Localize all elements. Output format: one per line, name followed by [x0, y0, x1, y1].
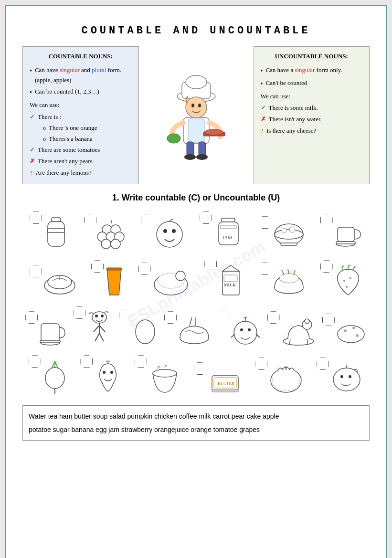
there-are-check: ✓ There are some tomatoes — [30, 145, 132, 155]
answer-box[interactable] — [119, 309, 131, 321]
uncountable-box-title: UNCOUNTABLE NOUNS: — [261, 52, 363, 62]
answer-box[interactable] — [84, 214, 96, 226]
svg-point-26 — [157, 221, 182, 247]
list-item — [29, 355, 68, 398]
are-there-question: ? Are there any lemons? — [30, 168, 132, 178]
answer-box[interactable] — [138, 263, 151, 275]
svg-point-109 — [349, 375, 351, 378]
answer-box[interactable] — [30, 211, 42, 224]
uncountable-bullet-2: • Can't be counted — [261, 78, 363, 89]
countable-bullet-2: • Can be counted (1, 2,3…) — [30, 87, 132, 98]
answer-box[interactable] — [259, 216, 271, 229]
svg-point-28 — [172, 229, 176, 233]
svg-point-4 — [191, 104, 194, 107]
answer-box[interactable] — [80, 355, 93, 368]
svg-point-14 — [204, 129, 223, 135]
there-arent-cross: ✗ There aren't any pears. — [30, 157, 132, 167]
list-item — [25, 311, 67, 349]
svg-point-97 — [103, 371, 106, 374]
answer-box[interactable] — [164, 311, 177, 324]
svg-line-70 — [99, 326, 105, 332]
svg-point-11 — [196, 154, 208, 160]
list-item — [259, 263, 306, 300]
svg-rect-46 — [106, 268, 122, 270]
svg-point-66 — [95, 315, 98, 317]
answer-box[interactable] — [73, 306, 85, 319]
svg-point-77 — [234, 321, 257, 344]
list-item — [255, 358, 304, 398]
list-item — [91, 260, 124, 300]
svg-marker-44 — [107, 269, 121, 295]
list-item: BUTTER — [194, 362, 243, 398]
list-item — [259, 216, 306, 252]
svg-point-55 — [279, 274, 298, 283]
svg-point-10 — [184, 154, 196, 160]
uncountable-bullet-1: • Can have a singular form only. — [261, 65, 363, 76]
answer-box[interactable] — [91, 260, 104, 273]
svg-rect-15 — [52, 218, 61, 221]
svg-point-49 — [176, 271, 185, 281]
svg-point-23 — [101, 239, 111, 249]
answer-box[interactable] — [141, 214, 153, 226]
list-item — [135, 355, 181, 398]
there-is-some-check: ✓ There is some milk. — [261, 103, 363, 113]
food-row-2: MILK — [22, 256, 370, 302]
svg-rect-8 — [187, 142, 194, 156]
chef-illustration — [148, 46, 244, 184]
list-item: MILK — [204, 258, 244, 300]
list-item — [320, 214, 362, 252]
svg-point-79 — [248, 328, 251, 331]
page-title: COUNTABLE AND UNCOUNTABLE — [22, 25, 370, 37]
info-boxes-container: COUNTABLE NOUNS: • Can have singular and… — [22, 46, 370, 184]
countable-box-title: COUNTABLE NOUNS: — [30, 52, 132, 62]
list-item — [80, 355, 122, 398]
answer-box[interactable] — [317, 358, 329, 370]
answer-box[interactable] — [204, 258, 217, 270]
svg-text:JAM: JAM — [222, 235, 232, 240]
list-item — [73, 306, 113, 349]
answer-box[interactable] — [29, 355, 41, 368]
answer-box[interactable] — [30, 265, 42, 277]
word-bank: Water tea ham butter soup salad pumpkin … — [22, 405, 370, 441]
answer-box[interactable] — [320, 214, 333, 226]
svg-point-108 — [340, 375, 343, 378]
list-item — [320, 260, 362, 300]
answer-box[interactable] — [322, 314, 335, 326]
list-item — [30, 265, 76, 300]
section-1-title: 1. Write countable (C) or Uncountable (U… — [22, 193, 370, 203]
svg-marker-51 — [222, 265, 239, 271]
list-item — [141, 214, 185, 252]
answer-box[interactable] — [320, 260, 333, 273]
svg-rect-16 — [48, 221, 64, 246]
food-row-4: BUTTER — [22, 353, 370, 400]
answer-box[interactable] — [255, 358, 267, 370]
svg-point-36 — [282, 228, 286, 233]
uncountable-nouns-box: UNCOUNTABLE NOUNS: • Can have a singular… — [254, 46, 370, 184]
there-isnt-cross: ✗ There isn't any water. — [261, 115, 363, 125]
svg-rect-17 — [48, 229, 64, 232]
svg-rect-29 — [222, 218, 235, 222]
svg-rect-9 — [199, 142, 206, 156]
svg-rect-40 — [336, 242, 355, 244]
list-item: JAM — [200, 211, 244, 252]
chef-svg — [156, 70, 237, 161]
svg-point-12 — [167, 134, 180, 143]
answer-box[interactable] — [217, 309, 229, 321]
answer-box[interactable] — [200, 211, 212, 224]
svg-point-98 — [110, 371, 113, 374]
svg-rect-64 — [40, 340, 60, 343]
svg-rect-38 — [338, 227, 354, 242]
answer-box[interactable] — [259, 263, 271, 275]
answer-box[interactable] — [25, 311, 38, 324]
svg-text:BUTTER: BUTTER — [218, 381, 234, 386]
answer-box[interactable] — [135, 355, 147, 368]
list-item — [217, 309, 261, 349]
list-item — [30, 211, 69, 252]
svg-point-100 — [153, 369, 177, 377]
svg-line-75 — [190, 317, 192, 326]
answer-box[interactable] — [267, 311, 280, 324]
answer-box[interactable] — [194, 362, 206, 375]
is-there-question: ? Is there any cheese? — [261, 126, 363, 136]
svg-line-57 — [288, 269, 289, 274]
svg-text:MILK: MILK — [224, 283, 236, 287]
